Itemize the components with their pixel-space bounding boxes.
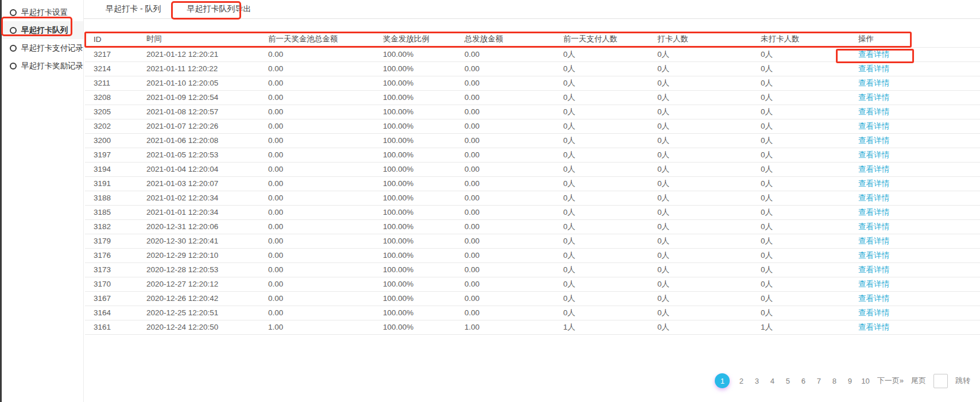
view-details-link[interactable]: 查看详情 [858, 93, 889, 102]
action-cell: 查看详情 [850, 277, 980, 291]
page-button-10[interactable]: 10 [861, 377, 869, 385]
table-cell: 0.00 [456, 306, 555, 320]
sidebar-item-label: 早起打卡奖励记录 [21, 61, 83, 71]
table-cell: 2020-12-31 12:20:06 [138, 219, 259, 234]
view-details-link[interactable]: 查看详情 [858, 251, 889, 260]
table-cell: 0.00 [456, 234, 555, 248]
radio-circle-icon [10, 27, 17, 34]
view-details-link[interactable]: 查看详情 [858, 179, 889, 188]
view-details-link[interactable]: 查看详情 [858, 237, 889, 245]
table-cell: 0人 [649, 234, 752, 248]
table-cell: 100.00% [374, 262, 456, 277]
view-details-link[interactable]: 查看详情 [858, 107, 889, 116]
table-cell: 2021-01-12 12:20:21 [138, 47, 259, 61]
radio-circle-icon [10, 45, 17, 52]
table-cell: 0.00 [456, 105, 555, 119]
table-cell: 3179 [85, 234, 138, 248]
table-cell: 0.00 [259, 306, 374, 320]
table-cell: 0.00 [259, 119, 374, 133]
view-details-link[interactable]: 查看详情 [858, 222, 889, 231]
table-cell: 0人 [555, 133, 649, 148]
table-cell: 0.00 [259, 162, 374, 176]
view-details-link[interactable]: 查看详情 [858, 280, 889, 288]
sidebar-item-1[interactable]: 早起打卡队列 [2, 21, 83, 39]
table-cell: 2021-01-10 12:20:05 [138, 76, 259, 90]
action-cell: 查看详情 [850, 191, 980, 205]
view-details-link[interactable]: 查看详情 [858, 265, 889, 274]
action-cell: 查看详情 [850, 306, 980, 320]
table-cell: 0人 [752, 291, 850, 306]
view-details-link[interactable]: 查看详情 [858, 122, 889, 130]
table-cell: 100.00% [374, 277, 456, 291]
table-cell: 2021-01-03 12:20:07 [138, 176, 259, 191]
table-cell: 0.00 [259, 219, 374, 234]
table-row: 32052021-01-08 12:20:570.00100.00%0.000人… [85, 105, 980, 119]
next-page-button[interactable]: 下一页» [877, 376, 904, 386]
sidebar-item-2[interactable]: 早起打卡支付记录 [2, 39, 83, 57]
view-details-link[interactable]: 查看详情 [858, 136, 889, 145]
table-cell: 0.00 [456, 90, 555, 105]
page-button-9[interactable]: 9 [846, 377, 854, 385]
last-page-button[interactable]: 尾页 [911, 376, 926, 386]
column-header: 奖金发放比例 [374, 32, 456, 47]
queue-table: ID时间前一天奖金池总金额奖金发放比例总发放金额前一天支付人数打卡人数未打卡人数… [85, 32, 980, 335]
table-cell: 3214 [85, 61, 138, 76]
view-details-link[interactable]: 查看详情 [858, 194, 889, 202]
view-details-link[interactable]: 查看详情 [858, 308, 889, 317]
view-details-link[interactable]: 查看详情 [858, 208, 889, 217]
view-details-link[interactable]: 查看详情 [858, 79, 889, 87]
sidebar-item-0[interactable]: 早起打卡设置 [2, 3, 83, 21]
table-row: 31642020-12-25 12:20:510.00100.00%0.000人… [85, 306, 980, 320]
page-button-3[interactable]: 3 [753, 377, 761, 385]
pagination: 1 2345678910 下一页» 尾页 跳转 [715, 372, 970, 389]
table-cell: 2020-12-25 12:20:51 [138, 306, 259, 320]
column-header: 打卡人数 [649, 32, 752, 47]
table-cell: 3217 [85, 47, 138, 61]
view-details-link[interactable]: 查看详情 [858, 150, 889, 159]
table-cell: 3185 [85, 205, 138, 219]
table-cell: 2020-12-26 12:20:42 [138, 291, 259, 306]
table-cell: 0.00 [456, 205, 555, 219]
table-row: 31672020-12-26 12:20:420.00100.00%0.000人… [85, 291, 980, 306]
column-header: 未打卡人数 [752, 32, 850, 47]
table-cell: 0.00 [259, 277, 374, 291]
column-header: 操作 [850, 32, 980, 47]
jump-page-input[interactable] [933, 374, 948, 388]
table-cell: 2021-01-09 12:20:54 [138, 90, 259, 105]
table-cell: 0人 [752, 262, 850, 277]
column-header: 时间 [138, 32, 259, 47]
jump-button[interactable]: 跳转 [955, 376, 970, 386]
table-cell: 3202 [85, 119, 138, 133]
view-details-link[interactable]: 查看详情 [858, 50, 889, 59]
sidebar-item-3[interactable]: 早起打卡奖励记录 [2, 57, 83, 75]
view-details-link[interactable]: 查看详情 [858, 294, 889, 303]
page-button-5[interactable]: 5 [784, 377, 792, 385]
page-button-7[interactable]: 7 [815, 377, 823, 385]
table-cell: 0.00 [456, 162, 555, 176]
table-cell: 100.00% [374, 291, 456, 306]
table-cell: 100.00% [374, 320, 456, 334]
view-details-link[interactable]: 查看详情 [858, 64, 889, 73]
table-cell: 3176 [85, 248, 138, 262]
page-button-current[interactable]: 1 [715, 373, 730, 388]
table-cell: 3194 [85, 162, 138, 176]
table-cell: 0人 [649, 291, 752, 306]
view-details-link[interactable]: 查看详情 [858, 323, 889, 331]
page-button-6[interactable]: 6 [799, 377, 807, 385]
page-button-8[interactable]: 8 [830, 377, 838, 385]
table-cell: 0人 [555, 191, 649, 205]
view-details-link[interactable]: 查看详情 [858, 165, 889, 173]
table-cell: 0人 [649, 148, 752, 162]
page-button-4[interactable]: 4 [768, 377, 776, 385]
table-cell: 0人 [649, 119, 752, 133]
tab-queue-export[interactable]: 早起打卡队列导出 [187, 4, 251, 14]
page-button-2[interactable]: 2 [737, 377, 745, 385]
table-cell: 0人 [555, 47, 649, 61]
table-cell: 0人 [555, 234, 649, 248]
tab-queue[interactable]: 早起打卡 - 队列 [106, 4, 161, 14]
table-cell: 0.00 [259, 248, 374, 262]
page-number-group: 2345678910 [737, 377, 869, 385]
table-row: 32002021-01-06 12:20:080.00100.00%0.000人… [85, 133, 980, 148]
table-row: 31762020-12-29 12:20:100.00100.00%0.000人… [85, 248, 980, 262]
table-cell: 0人 [555, 105, 649, 119]
